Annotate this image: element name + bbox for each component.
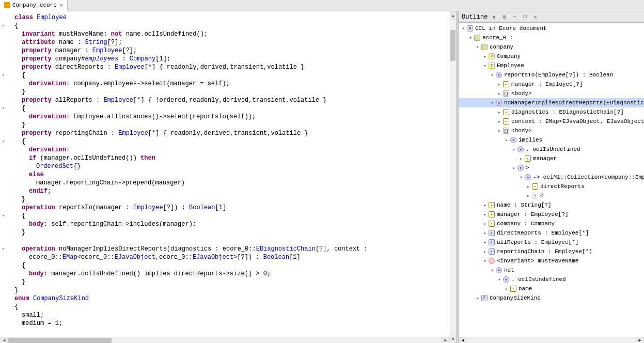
tree-expand-icon[interactable]: ▾ xyxy=(496,276,503,283)
tree-item[interactable]: ▾●noManagerImpliesDirectReports(EDiagnos… xyxy=(459,98,644,107)
hscroll-right[interactable]: ▶ xyxy=(442,337,450,343)
fold-marker[interactable]: ▸ xyxy=(0,71,7,80)
tree-expand-icon[interactable]: ▸ xyxy=(496,81,503,88)
fold-marker[interactable]: ▸ xyxy=(0,245,7,253)
fold-marker[interactable]: ▸ xyxy=(0,212,7,220)
tab-close-button[interactable]: ✕ xyxy=(60,2,63,8)
outline-title: Outline xyxy=(462,13,488,21)
code-vscrollbar[interactable]: ▲ ▼ xyxy=(450,11,456,343)
token-plain: directReports : xyxy=(55,64,115,71)
fold-marker[interactable]: ▸ xyxy=(0,22,7,30)
tree-item[interactable]: ▸▸company : Company xyxy=(459,219,644,228)
tree-item[interactable]: ▸▸context : EMap<EJavaObject, EJavaObjec… xyxy=(459,117,644,126)
tree-item[interactable]: ▸▸directReports : Employee[*] xyxy=(459,228,644,238)
vscroll-down[interactable]: ▼ xyxy=(450,335,456,343)
token-plain: mustHaveName: xyxy=(59,30,111,38)
tree-item[interactable]: ▾●. oclIsUndefined xyxy=(459,145,644,154)
tree-expand-icon[interactable]: ▸ xyxy=(496,127,503,134)
tree-item[interactable]: ▸▸name xyxy=(459,284,644,293)
tree-item[interactable]: ▾<invariant> mustHaveName xyxy=(459,256,644,266)
tree-expand-icon[interactable]: ▸ xyxy=(525,183,532,190)
tree-item[interactable]: ▸●implies xyxy=(459,135,644,145)
hscroll-thumb[interactable] xyxy=(8,338,112,343)
code-line: } xyxy=(0,278,450,286)
hscroll-left[interactable]: ◀ xyxy=(0,337,8,343)
code-line: } xyxy=(0,195,450,204)
tree-item[interactable]: ▸ECompanySizeKind xyxy=(459,293,644,303)
tree-item[interactable]: ▸▸diagnostics : EDiagnosticChain[?] xyxy=(459,107,644,117)
outline-hscroll-right[interactable]: ▶ xyxy=(636,337,644,343)
tree-item[interactable]: ▾DOCL in Ecore document xyxy=(459,24,644,33)
tree-expand-icon[interactable]: ▸ xyxy=(481,53,489,60)
tree-expand-icon[interactable]: ▾ xyxy=(467,34,474,41)
tree-expand-icon[interactable]: ▸ xyxy=(474,294,481,302)
tree-expand-icon[interactable]: ▸ xyxy=(496,108,503,116)
tree-expand-icon[interactable]: ▸ xyxy=(481,239,489,246)
tree-item[interactable]: ▾●-> oclM1::Collection<company::Emplo xyxy=(459,173,644,182)
tree-expand-icon[interactable]: ▾ xyxy=(517,174,525,181)
tree-item[interactable]: ▾CEmployee xyxy=(459,61,644,70)
tree-item[interactable]: ▾company xyxy=(459,42,644,52)
tree-item[interactable]: ▾●reportsTo(Employee[?]) : Boolean xyxy=(459,70,644,80)
tree-expand-icon[interactable]: ▸ xyxy=(481,201,489,209)
outline-hscrollbar[interactable]: ◀ ▶ xyxy=(459,337,644,343)
tree-expand-icon[interactable]: ▸ xyxy=(481,248,489,255)
tree-expand-icon[interactable]: ▾ xyxy=(489,71,496,79)
fold-marker[interactable]: ▸ xyxy=(0,137,7,146)
tab-company-ecore[interactable]: Company.ecore ✕ xyxy=(0,0,68,11)
close-outline-button[interactable]: ✕ xyxy=(531,13,539,21)
tree-expand-icon[interactable]: ▸ xyxy=(503,136,510,144)
tree-expand-icon[interactable]: ▸ xyxy=(510,164,517,172)
tree-item[interactable]: ▸{}<body> xyxy=(459,89,644,98)
fold-marker[interactable]: ▸ xyxy=(0,104,7,113)
tree-node-icon xyxy=(474,34,481,41)
code-line: property company#employees : Company[1]; xyxy=(0,55,450,63)
tree-expand-icon[interactable]: ▾ xyxy=(489,267,496,274)
tree-item[interactable]: ▸▸manager : Employee[?] xyxy=(459,210,644,219)
outline-hscroll-left[interactable]: ◀ xyxy=(459,337,467,343)
tree-item[interactable]: ▸▸reportingChain : Employee[*] xyxy=(459,247,644,256)
tree-item[interactable]: ▸{}<body> xyxy=(459,126,644,135)
sort-alpha-button[interactable]: ⇅ xyxy=(490,13,498,21)
tree-item[interactable]: ▾●. oclIsUndefined xyxy=(459,275,644,284)
tree-expand-icon[interactable]: ▸ xyxy=(481,220,489,227)
tree-expand-icon[interactable]: ▸ xyxy=(525,192,532,199)
hscroll-track[interactable] xyxy=(8,337,442,343)
tree-item[interactable]: ▾ecore_0 : xyxy=(459,33,644,42)
maximize-button[interactable]: □ xyxy=(521,13,529,21)
sort-type-button[interactable]: ⊞ xyxy=(500,13,508,21)
minimize-button[interactable]: − xyxy=(510,13,519,21)
tree-item[interactable]: ▸▸name : String[?] xyxy=(459,200,644,210)
vscroll-thumb[interactable] xyxy=(450,30,455,61)
tree-expand-icon[interactable]: ▾ xyxy=(460,25,467,32)
tree-item[interactable]: ▸●> xyxy=(459,163,644,173)
tree-expand-icon[interactable]: ▾ xyxy=(510,146,517,153)
tree-expand-icon[interactable]: ▾ xyxy=(489,99,496,106)
tree-expand-icon[interactable]: ▸ xyxy=(481,229,489,237)
vscroll-track[interactable] xyxy=(450,20,456,335)
tree-item[interactable]: ▾●not xyxy=(459,266,644,275)
tree-expand-icon[interactable]: ▾ xyxy=(474,43,481,51)
tree-expand-icon[interactable]: ▸ xyxy=(496,118,503,125)
tree-item[interactable]: ▸▸allReports : Employee[*] xyxy=(459,238,644,247)
token-punct: { xyxy=(22,72,25,79)
token-plain: [?]; xyxy=(122,47,137,54)
code-content[interactable]: class Employee▸{invariant mustHaveName: … xyxy=(0,11,450,337)
tree-item[interactable]: ▸▸directReports xyxy=(459,182,644,191)
tree-expand-icon[interactable]: ▾ xyxy=(481,62,489,69)
tree-expand-icon[interactable]: ▸ xyxy=(517,155,525,162)
tree-expand-icon[interactable]: ▸ xyxy=(496,90,503,97)
tree-item[interactable]: ▸#0 xyxy=(459,191,644,200)
outline-hscroll-track[interactable] xyxy=(467,337,636,343)
outline-content[interactable]: ▾DOCL in Ecore document▾ecore_0 :▾compan… xyxy=(459,23,644,337)
code-hscrollbar[interactable]: ◀ ▶ xyxy=(0,337,450,343)
tree-expand-icon[interactable]: ▾ xyxy=(481,257,489,264)
token-plain: name.oclIsUndefined(); xyxy=(126,30,208,38)
tree-item[interactable]: ▸CCompany xyxy=(459,52,644,61)
tree-expand-icon[interactable]: ▸ xyxy=(481,211,489,218)
tree-node-icon: ● xyxy=(525,174,532,181)
tree-item[interactable]: ▸▸manager : Employee[?] xyxy=(459,80,644,89)
vscroll-up[interactable]: ▲ xyxy=(450,11,456,20)
tree-item[interactable]: ▸▸manager xyxy=(459,154,644,163)
tree-expand-icon[interactable]: ▸ xyxy=(503,285,510,292)
